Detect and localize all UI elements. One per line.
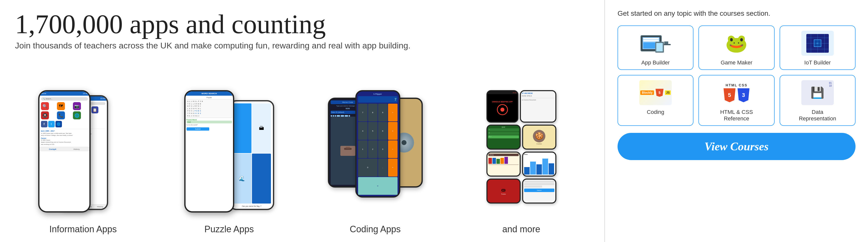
text-content: 37 UM DIESE KEINE SPIELE on Inverse Docu… xyxy=(522,92,554,101)
information-apps-label: Information Apps xyxy=(49,224,117,235)
front-icon-5: 📞 xyxy=(57,111,65,119)
calc-btn-5: 5 xyxy=(368,122,378,140)
cookie-screen: 🍪 Cookies xyxy=(523,126,555,149)
puzzle-apps-group: 🏔 🌊 Can you name the flag..? WORD SEARCH xyxy=(161,90,297,235)
game-screen: QUIZ A. B. C. ✓ xyxy=(488,126,520,149)
css3-shield: 3 xyxy=(737,88,749,102)
front-bottom-nav: Cockpit History xyxy=(39,147,89,151)
ticket-icon: 🎟 xyxy=(501,187,506,193)
ab-monitor xyxy=(641,35,662,52)
ws-subtitle: Puzzle xyxy=(187,97,232,98)
coding-card[interactable]: Blockly 5 JS Coding xyxy=(618,75,693,126)
and-more-label: and more xyxy=(502,224,540,235)
bar-2 xyxy=(530,161,536,175)
iot-builder-card[interactable]: IC IoT Builder xyxy=(780,26,856,70)
more-row-4: 🎟 Tickets Submit xyxy=(487,179,556,204)
book-4 xyxy=(500,158,504,164)
data-rep-bits: 0110 xyxy=(829,82,832,87)
coding-phones: Morse Code Type your word or message bel… xyxy=(323,90,428,220)
ab-row-1 xyxy=(643,38,659,39)
coding-apps-group: Morse Code Type your word or message bel… xyxy=(307,90,443,235)
headline: 1,700,000 apps and counting xyxy=(15,10,589,38)
game-maker-card[interactable]: 🐸 Game Maker xyxy=(699,26,774,70)
bio-para: In 1935 Karen was a child world war. She… xyxy=(41,132,88,137)
ws-submit-btn[interactable]: Submit xyxy=(187,127,209,131)
app-builder-icon-area xyxy=(639,29,672,57)
coding-center-phone: h Flipper 7 7 8 9 ÷ 4 5 6 × xyxy=(355,90,400,198)
tw: t xyxy=(48,121,55,127)
calc-title: h Flipper xyxy=(358,93,398,95)
puzzle-tile-3: 🌊 xyxy=(232,154,251,204)
front-content: 🔍 Search... 🔍 🗺 📷 🚇 📞 🌐 f xyxy=(39,96,89,147)
text-body: KEINE SPIELE xyxy=(522,95,554,97)
front-icon-1: 🔍 xyxy=(41,102,49,110)
more-phone-ominous: 13:32 OMINOUS BEEPING APP xyxy=(487,90,518,123)
ws-question: Is it in the world? xyxy=(187,124,232,126)
ws-title: WORD SEARCH xyxy=(187,92,232,95)
circuit-board: IC xyxy=(806,34,829,53)
book-5 xyxy=(504,157,508,164)
calc-btn-mul: × xyxy=(388,122,398,140)
text-para: on Inverse Document xyxy=(522,99,554,101)
puzzle-flag-text: Can you name the flag..? xyxy=(241,205,262,208)
calc-btn-div: ÷ xyxy=(388,104,398,121)
puzzle-tile-1 xyxy=(232,103,251,153)
html5-shield: 5 xyxy=(723,88,735,102)
found-word-display: God xyxy=(187,121,232,123)
form-field-2 xyxy=(524,183,554,185)
bar-5 xyxy=(549,163,554,175)
iot-builder-icon-area: IC xyxy=(801,29,834,57)
divider-line xyxy=(522,98,554,98)
front-search: 🔍 Search... xyxy=(41,97,88,101)
app-builder-label: App Builder xyxy=(641,59,670,66)
ab-tablet xyxy=(655,42,664,53)
ab-tablet-screen xyxy=(656,43,663,52)
quiz-options: A. B. C. ✓ xyxy=(488,128,519,148)
ws-area: Puzzle A L L B O L P Z N T E L L E R B B… xyxy=(186,96,233,211)
front-bio: born 1965 - 2017 In 1935 Karen was a chi… xyxy=(41,129,88,145)
data-rep-label: DataRepresentation xyxy=(799,109,836,122)
calc-btn-7: 7 xyxy=(358,104,368,121)
quiz-opt-b: B. xyxy=(488,132,519,135)
more-row-1: 13:32 OMINOUS BEEPING APP xyxy=(487,90,556,123)
puzzle-tile-2: 🏔 xyxy=(252,103,271,153)
career-para: In 1961 Karenbegan researching and on In… xyxy=(41,139,88,145)
bar-1 xyxy=(524,167,530,175)
ab-row-2 xyxy=(643,40,659,41)
html-css-card[interactable]: HTML CSS 5 3 HTML & CSSReference xyxy=(699,75,774,126)
html5-tag: 5 xyxy=(655,89,663,97)
bookcase-screen: Library xyxy=(488,153,520,176)
ws-grid: A L L B O L P Z N T E L L E R B B B P Z … xyxy=(187,99,232,118)
game-maker-icon-area: 🐸 xyxy=(720,29,753,57)
calc-btn-add: + xyxy=(388,159,398,176)
fb: f xyxy=(41,121,48,127)
information-apps-group: Sarah Jones 15:40 🔍 search 🔍 📍 📋 xyxy=(15,90,151,235)
ominous-app-title: OMINOUS BEEPING APP xyxy=(492,101,513,103)
courses-grid: App Builder 🐸 Game Maker xyxy=(618,26,856,126)
calc-btn-0: 0 xyxy=(358,159,378,176)
morse-rate-label: Rate 20 (default) xyxy=(331,111,344,113)
html-css-label: HTML & CSSReference xyxy=(720,109,753,122)
book-2 xyxy=(492,158,496,164)
data-rep-card[interactable]: 💾 0110 DataRepresentation xyxy=(780,75,856,126)
shields-row: 5 3 xyxy=(723,88,749,102)
puzzle-front-phone: WORD SEARCH Puzzle A L L B O L P Z N T E… xyxy=(184,90,234,213)
calc-btn-1: 1 xyxy=(358,140,368,158)
form-submit: Submit xyxy=(524,188,554,192)
more-phone-book: Library xyxy=(487,152,521,177)
form-submit-text: Submit xyxy=(537,189,541,191)
data-rep-course-icon: 💾 0110 xyxy=(801,80,834,105)
front-icon-6: 🌐 xyxy=(73,111,81,119)
game-maker-label: Game Maker xyxy=(721,59,752,66)
ominous-header-bar: 13:32 xyxy=(488,91,518,94)
view-courses-button[interactable]: View Courses xyxy=(618,133,856,160)
morse-key xyxy=(346,147,350,148)
app-builder-card[interactable]: App Builder xyxy=(618,26,693,70)
back-phone-time: 15:40 xyxy=(100,97,105,100)
calc-btn-6: 6 xyxy=(378,122,388,140)
calc-btn-sub: − xyxy=(388,140,398,158)
cline-6 xyxy=(824,34,825,53)
blockly-tag: Blockly xyxy=(640,90,654,95)
text-title: 37 UM DIESE xyxy=(522,92,554,95)
front-icon-2: 🗺 xyxy=(57,102,65,110)
